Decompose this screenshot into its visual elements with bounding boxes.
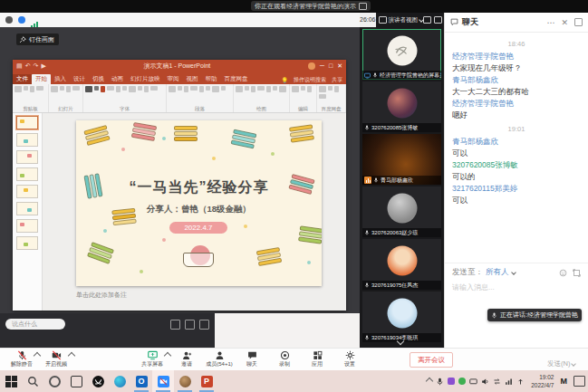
tab-百度网盘[interactable]: 百度网盘 bbox=[221, 74, 252, 84]
tab-视图[interactable]: 视图 bbox=[183, 74, 202, 84]
notes-placeholder[interactable]: 单击此处添加备注 bbox=[76, 291, 127, 300]
pin-view-button[interactable]: 钉住画面 bbox=[16, 33, 59, 45]
chat-sender[interactable]: 青马部杨鑫欣 bbox=[452, 136, 581, 148]
tab-文件[interactable]: 文件 bbox=[13, 74, 32, 84]
chat-message: 可以 bbox=[452, 148, 581, 159]
taskbar-app-browser[interactable] bbox=[174, 370, 196, 392]
ppt-tab-right[interactable]: 💡 操作说明搜索 共享 bbox=[282, 76, 347, 84]
chat-sender[interactable]: 3217620115郑美婷 bbox=[452, 183, 581, 195]
taskbar-app-search[interactable] bbox=[22, 370, 43, 392]
mic-icon[interactable] bbox=[436, 378, 444, 386]
popout-icon[interactable] bbox=[574, 18, 583, 26]
emoji-icon[interactable] bbox=[559, 269, 567, 277]
tab-幻灯片放映[interactable]: 幻灯片放映 bbox=[127, 74, 164, 84]
ribbon-buttons[interactable] bbox=[292, 86, 314, 92]
toolbar-button-设置[interactable]: 设置 bbox=[333, 349, 366, 367]
participant-tile[interactable]: 经济管理学院曾艳的屏幕共享 bbox=[362, 29, 441, 80]
green-app-icon[interactable] bbox=[458, 378, 466, 385]
participant-tile[interactable]: 青马部杨鑫欣 bbox=[362, 134, 441, 185]
network-icon[interactable] bbox=[505, 378, 513, 386]
participant-tile[interactable]: 3207619034李晓琪 bbox=[362, 292, 441, 342]
tab-插入[interactable]: 插入 bbox=[51, 74, 70, 84]
taskbar-app-start[interactable] bbox=[0, 370, 22, 392]
ppt-title-bar[interactable]: ▤↶↷▶ 演示文稿1 - PowerPoint ─□✕ bbox=[13, 60, 346, 72]
ribbon-buttons[interactable] bbox=[319, 86, 343, 99]
send-to-selector[interactable]: 所有人 bbox=[486, 267, 509, 278]
toolbar-button-解除静音[interactable]: 解除静音 bbox=[5, 349, 38, 367]
tab-动画[interactable]: 动画 bbox=[108, 74, 127, 84]
ppt-share-button[interactable]: 共享 bbox=[332, 76, 342, 84]
toolbar-button-应用[interactable]: 应用 bbox=[301, 349, 333, 367]
taskbar-app-powerpoint[interactable]: P bbox=[196, 370, 217, 392]
chat-input[interactable]: 请输入消息... bbox=[452, 282, 581, 292]
taskbar-app-task-view[interactable] bbox=[65, 370, 87, 392]
blue-app-icon[interactable] bbox=[18, 16, 25, 24]
slide-thumbnail[interactable] bbox=[16, 219, 38, 233]
slide-thumbnail[interactable] bbox=[16, 167, 38, 181]
taskbar-app-outlook[interactable]: O bbox=[130, 370, 152, 392]
participant-tile[interactable]: 3207620063赵少琼 bbox=[362, 186, 441, 237]
ribbon-group-label: 段落 bbox=[169, 107, 231, 112]
slide-thumbnail[interactable] bbox=[16, 202, 38, 215]
tab-设计[interactable]: 设计 bbox=[70, 74, 89, 84]
toolbar-button-共享屏幕[interactable]: 共享屏幕 bbox=[136, 349, 169, 367]
chevron-up-icon[interactable] bbox=[426, 378, 433, 385]
close-icon[interactable]: ✕ bbox=[561, 18, 568, 27]
chat-sender[interactable]: 青马部杨鑫欣 bbox=[452, 74, 581, 86]
chat-message-list[interactable]: 18:46经济管理学院曾艳大家现在几年级呀？青马部杨鑫欣大一大二大三的都有哈经济… bbox=[445, 34, 588, 208]
ime-indicator[interactable]: M bbox=[561, 377, 568, 386]
tab-切换[interactable]: 切换 bbox=[89, 74, 108, 84]
chat-sender[interactable]: 3207620085张博敏 bbox=[452, 159, 581, 171]
toolbar-button-开启视频[interactable]: 开启视频 bbox=[40, 349, 72, 367]
tab-帮助[interactable]: 帮助 bbox=[202, 74, 221, 84]
ribbon-group-label: 剪贴板 bbox=[14, 107, 46, 112]
watching-banner[interactable]: 你正在观看经济管理学院曾艳的演示 bbox=[251, 1, 371, 11]
slide-thumbnail-panel[interactable] bbox=[13, 113, 43, 311]
participant-tile[interactable]: 3207620085张博敏 bbox=[362, 81, 441, 132]
taskbar-clock[interactable]: 19:02 2022/4/7 bbox=[531, 373, 554, 389]
ribbon-group-label: 幻灯片 bbox=[51, 107, 81, 112]
swap-icon[interactable] bbox=[493, 378, 501, 386]
record-dot-icon[interactable] bbox=[5, 16, 13, 24]
toolbar-button-邀请[interactable]: 邀请 bbox=[170, 349, 203, 367]
ribbon-buttons[interactable] bbox=[51, 86, 81, 92]
comment-bar-icons[interactable] bbox=[170, 320, 209, 330]
tab-开始[interactable]: 开始 bbox=[32, 74, 51, 84]
action-center-icon[interactable] bbox=[574, 376, 585, 387]
taskbar-app-cortana[interactable] bbox=[43, 370, 65, 392]
taskbar-app-thunder[interactable] bbox=[87, 370, 109, 392]
toolbar-button-录制[interactable]: 录制 bbox=[268, 349, 301, 367]
tab-审阅[interactable]: 审阅 bbox=[164, 74, 183, 84]
view-mode-button[interactable]: 演讲者视图 bbox=[379, 16, 424, 24]
toolbar-button-成员(54+1)[interactable]: 成员(54+1) bbox=[203, 349, 236, 367]
taskbar-app-edge[interactable] bbox=[109, 370, 130, 392]
slide-thumbnail[interactable] bbox=[16, 116, 38, 129]
more-icon[interactable]: ⋯ bbox=[546, 18, 554, 27]
upload-icon[interactable] bbox=[516, 378, 525, 386]
comment-input[interactable]: 说点什么 bbox=[5, 319, 65, 330]
participant-tile[interactable]: 3207619075任风杰 bbox=[362, 239, 441, 290]
speaker-icon[interactable] bbox=[481, 378, 489, 386]
slide-thumbnail[interactable] bbox=[16, 133, 38, 147]
purple-app-icon[interactable] bbox=[448, 378, 455, 385]
ribbon-buttons[interactable] bbox=[236, 86, 287, 92]
ppt-search-hint[interactable]: 操作说明搜索 bbox=[294, 76, 326, 84]
slide-thumbnail[interactable] bbox=[16, 150, 38, 164]
ppt-quick-access[interactable]: ▤↶↷▶ bbox=[13, 62, 46, 70]
chat-sender[interactable]: 经济管理学院曾艳 bbox=[452, 51, 581, 62]
video-panel-tools[interactable] bbox=[423, 16, 445, 24]
taskbar-app-tencent-meeting[interactable] bbox=[152, 370, 174, 392]
chat-sender[interactable]: 经济管理学院曾艳 bbox=[452, 98, 581, 110]
slide-date-badge: 2022.4.7 bbox=[169, 222, 227, 234]
screenshot-icon[interactable] bbox=[573, 269, 581, 277]
toolbar-button-聊天[interactable]: 聊天 bbox=[236, 349, 268, 367]
slide-thumbnail[interactable] bbox=[16, 185, 38, 198]
ppt-window-controls[interactable]: ─□✕ bbox=[308, 62, 346, 70]
display-icon[interactable] bbox=[469, 378, 477, 386]
ribbon-buttons[interactable] bbox=[169, 86, 231, 92]
slide-thumbnail[interactable] bbox=[16, 236, 38, 250]
ribbon-buttons[interactable] bbox=[14, 86, 46, 92]
send-button[interactable]: 发送(N) bbox=[547, 359, 575, 368]
ribbon-buttons[interactable] bbox=[85, 86, 164, 92]
leave-meeting-button[interactable]: 离开会议 bbox=[410, 352, 453, 368]
